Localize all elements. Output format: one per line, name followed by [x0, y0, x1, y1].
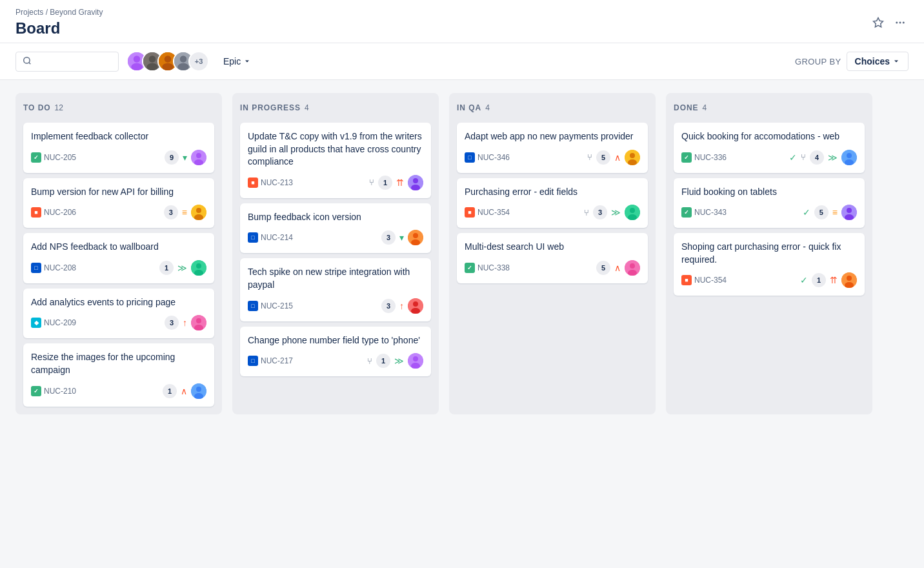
card-footer: ✓ NUC-205 9 ▾ [31, 150, 206, 165]
top-bar: Projects / Beyond Gravity Board [0, 0, 924, 43]
card[interactable]: Implement feedback collector ✓ NUC-205 9… [23, 123, 214, 173]
card-title: Bump version for new API for billing [31, 186, 206, 199]
star-button[interactable] [870, 14, 887, 31]
breadcrumb-prefix: Projects / [15, 8, 50, 17]
svg-point-49 [630, 208, 635, 213]
card[interactable]: Tech spike on new stripe integration wit… [240, 258, 431, 321]
card-title: Add NPS feedback to wallboard [31, 241, 206, 254]
card-title: Update T&C copy with v1.9 from the write… [248, 130, 423, 168]
priority-icon: ▾ [183, 152, 187, 163]
search-input[interactable] [35, 56, 112, 66]
svg-point-16 [180, 56, 187, 63]
card-id-badge: ■ NUC-213 [248, 178, 293, 188]
card-meta: ⑂ 1 ⇈ [369, 175, 423, 190]
svg-point-43 [413, 356, 418, 361]
card-type-icon: □ [248, 232, 258, 243]
card-id: NUC-217 [261, 356, 293, 365]
card-count: 5 [814, 205, 829, 219]
more-button[interactable] [892, 14, 909, 31]
svg-point-4 [24, 57, 30, 63]
card-title: Change phone number field type to 'phone… [248, 334, 423, 347]
card[interactable]: Update T&C copy with v1.9 from the write… [240, 123, 431, 198]
card-footer: ◆ NUC-209 3 ↑ [31, 315, 206, 330]
epic-button[interactable]: Epic [217, 52, 257, 70]
column-header-todo: TO DO 12 [23, 101, 214, 117]
group-by-section: GROUP BY Choices [795, 52, 909, 71]
card-id-badge: ✓ NUC-343 [681, 207, 727, 218]
page-header: Projects / Beyond Gravity Board [15, 8, 909, 37]
card-title: Bump feedback icon version [248, 211, 423, 224]
card-meta: ⑂ 3 ≫ [584, 205, 640, 220]
card-id-badge: □ NUC-214 [248, 232, 293, 243]
column-title-todo: TO DO [23, 103, 51, 112]
svg-point-46 [630, 153, 635, 158]
card[interactable]: Add analytics events to pricing page ◆ N… [23, 289, 214, 339]
column-count-done: 4 [703, 103, 707, 112]
avatar-group: +3 [126, 51, 209, 72]
avatar-img [625, 150, 640, 165]
card[interactable]: Bump version for new API for billing ■ N… [23, 178, 214, 228]
card-meta: ✓⑂ 4 ≫ [789, 150, 857, 165]
card-count: 1 [812, 273, 826, 287]
svg-point-13 [165, 56, 172, 63]
card-title: Purchasing error - edit fields [465, 186, 640, 199]
priority-icon: ▾ [399, 232, 404, 243]
choices-button[interactable]: Choices [847, 52, 909, 71]
branch-icon: ⑂ [367, 356, 372, 366]
card-id: NUC-346 [477, 153, 510, 162]
card-title: Add analytics events to pricing page [31, 296, 206, 309]
svg-point-8 [131, 63, 143, 71]
priority-icon: ≫ [177, 263, 187, 273]
card[interactable]: Shoping cart purchasing error - quick fi… [674, 233, 865, 296]
card-count: 3 [164, 205, 178, 219]
board: TO DO 12 Implement feedback collector ✓ … [0, 80, 924, 427]
card[interactable]: Quick booking for accomodations - web ✓ … [674, 123, 865, 173]
card-count: 5 [596, 150, 610, 165]
card-title: Quick booking for accomodations - web [681, 130, 857, 143]
svg-point-25 [196, 263, 201, 269]
card-id-badge: ■ NUC-354 [465, 207, 510, 218]
card[interactable]: Adapt web app no new payments provider □… [457, 123, 648, 173]
priority-icon: ⇈ [830, 275, 838, 285]
card[interactable]: Bump feedback icon version □ NUC-214 3 ▾ [240, 203, 431, 254]
card-avatar [191, 150, 206, 165]
card[interactable]: Add NPS feedback to wallboard □ NUC-208 … [23, 233, 214, 283]
card[interactable]: Purchasing error - edit fields ■ NUC-354… [457, 178, 648, 228]
svg-point-40 [413, 301, 418, 307]
priority-icon: ⇈ [396, 178, 404, 188]
card-id: NUC-354 [477, 208, 510, 217]
card-meta: 3 ▾ [381, 230, 423, 245]
epic-chevron-icon [243, 57, 251, 65]
card-footer: □ NUC-346 ⑂ 5 ∧ [465, 150, 640, 165]
search-box[interactable] [15, 52, 119, 72]
card[interactable]: Change phone number field type to 'phone… [240, 327, 431, 377]
avatar-img [625, 260, 640, 276]
card-footer: ■ NUC-354 ⑂ 3 ≫ [465, 205, 640, 220]
choices-label: Choices [855, 56, 890, 66]
avatar-count[interactable]: +3 [188, 51, 209, 72]
card-meta: 3 ↑ [165, 315, 206, 330]
branch-icon: ⑂ [587, 152, 592, 162]
card-footer: □ NUC-217 ⑂ 1 ≫ [248, 353, 423, 369]
card-id-badge: ◆ NUC-209 [31, 318, 76, 328]
card[interactable]: Resize the images for the upcoming campa… [23, 343, 214, 406]
column-title-inqa: IN QA [457, 103, 481, 112]
svg-marker-0 [874, 18, 883, 27]
priority-icon: ∧ [614, 263, 621, 273]
card-avatar [408, 175, 423, 190]
card-meta: ⑂ 1 ≫ [367, 353, 423, 369]
card-title: Resize the images for the upcoming campa… [31, 351, 206, 376]
branch-icon: ⑂ [801, 152, 806, 162]
card[interactable]: Fluid booking on tablets ✓ NUC-343 ✓ 5 ≡ [674, 178, 865, 228]
svg-point-3 [903, 22, 905, 24]
card-meta: ✓ 5 ≡ [803, 205, 857, 220]
card-id: NUC-208 [44, 263, 76, 272]
card-footer: □ NUC-214 3 ▾ [248, 230, 423, 245]
card-id: NUC-343 [694, 208, 727, 217]
card[interactable]: Multi-dest search UI web ✓ NUC-338 5 ∧ [457, 233, 648, 283]
svg-point-34 [413, 178, 418, 183]
card-count: 3 [381, 299, 396, 313]
epic-label: Epic [223, 56, 241, 66]
card-type-icon: ■ [465, 207, 475, 218]
card-type-icon: ■ [248, 178, 258, 188]
